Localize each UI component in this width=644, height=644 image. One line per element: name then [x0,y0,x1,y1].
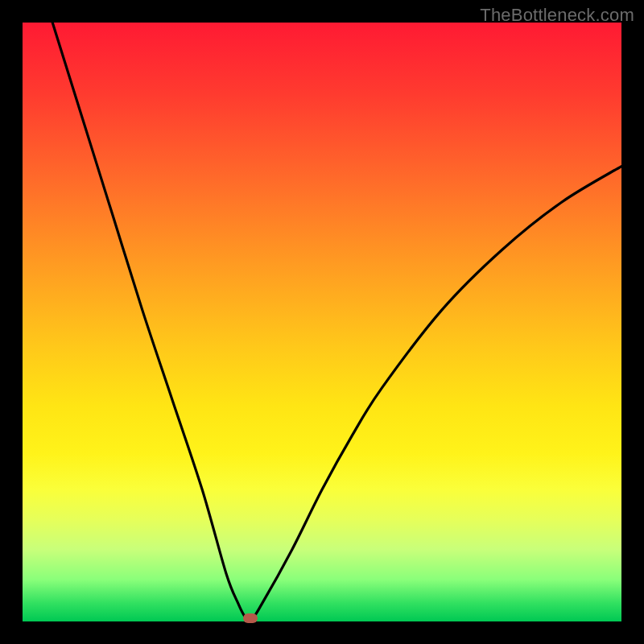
chart-frame: TheBottleneck.com [0,0,644,644]
bottleneck-curve [52,23,621,622]
watermark-text: TheBottleneck.com [480,5,634,26]
curve-svg [23,23,621,621]
minimum-marker [243,613,258,623]
plot-area [23,23,621,621]
